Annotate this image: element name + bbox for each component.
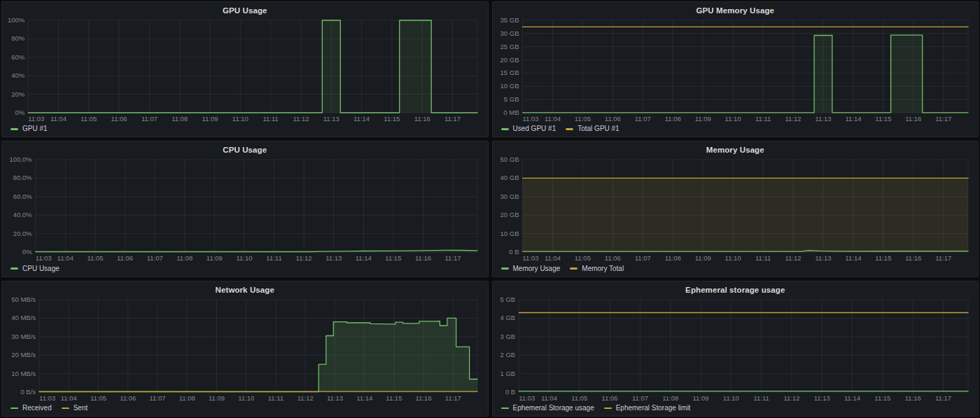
- x-axis-tick-label: 11:09: [692, 394, 708, 402]
- panel-title-cpu-usage[interactable]: CPU Usage: [8, 145, 482, 155]
- y-axis-tick-label: 30 MB/s: [11, 332, 36, 340]
- x-axis-tick-label: 11:06: [111, 115, 127, 123]
- x-axis-tick-label: 11:08: [176, 254, 192, 262]
- panel-gpu-memory-usage: GPU Memory Usage 0 MB5 GB10 GB15 GB20 GB…: [492, 1, 979, 137]
- x-axis-tick-label: 11:13: [815, 254, 831, 262]
- x-axis-tick-label: 11:14: [356, 254, 372, 262]
- legend-network-usage: ReceivedSent: [8, 403, 482, 414]
- x-axis-tick-label: 11:10: [724, 254, 741, 262]
- x-axis-tick-label: 11:10: [724, 115, 741, 123]
- y-axis-tick-label: 20.0%: [13, 230, 32, 237]
- legend-swatch-gpu-1: [10, 128, 18, 130]
- x-axis-tick-label: 11:16: [905, 115, 921, 123]
- panel-title-memory-usage[interactable]: Memory Usage: [498, 145, 973, 155]
- x-axis-tick-label: 11:07: [634, 115, 650, 123]
- y-axis-tick-label: 20%: [11, 90, 25, 98]
- x-axis-tick-label: 11:10: [236, 254, 252, 262]
- legend-swatch-used-gpu-1: [501, 128, 509, 130]
- legend-swatch-memory-usage: [501, 267, 509, 270]
- x-axis-tick-label: 11:06: [120, 394, 136, 402]
- panel-gpu-usage: GPU Usage 0%20%40%60%80%100%11:0311:0411…: [1, 1, 489, 137]
- legend-item-gpu-1[interactable]: GPU #1: [10, 123, 48, 134]
- x-axis-tick-label: 11:15: [385, 254, 401, 262]
- x-axis-tick-label: 11:17: [935, 254, 951, 262]
- x-axis-tick-label: 11:11: [755, 115, 770, 123]
- legend-swatch-received: [10, 407, 18, 410]
- legend-item-memory-total[interactable]: Memory Total: [570, 263, 624, 274]
- chart-gpu-usage[interactable]: 0%20%40%60%80%100%11:0311:0411:0511:0611…: [8, 16, 482, 123]
- x-axis-tick-label: 11:17: [444, 115, 461, 123]
- x-axis-tick-label: 11:12: [296, 254, 312, 262]
- y-axis-tick-label: 4 GB: [500, 314, 515, 321]
- y-axis-tick-label: 0%: [22, 248, 32, 256]
- legend-item-cpu-usage[interactable]: CPU Usage: [10, 263, 59, 274]
- x-axis-tick-label: 11:08: [179, 394, 195, 402]
- panel-title-gpu-usage[interactable]: GPU Usage: [8, 6, 482, 16]
- legend-item-ephemeral-storage-usage[interactable]: Ephemeral Storage usage: [501, 403, 594, 414]
- legend-item-sent[interactable]: Sent: [62, 403, 88, 414]
- x-axis-tick-label: 11:10: [232, 115, 248, 123]
- legend-label-sent: Sent: [74, 403, 88, 414]
- x-axis-tick-label: 11:05: [87, 254, 103, 262]
- legend-item-used-gpu-1[interactable]: Used GPU #1: [501, 123, 556, 134]
- x-axis-tick-label: 11:14: [845, 254, 861, 262]
- y-axis-tick-label: 30 GB: [500, 193, 519, 200]
- legend-swatch-memory-total: [570, 267, 578, 270]
- chart-svg-memory-usage[interactable]: 0 B10 GB20 GB30 GB40 GB50 GB11:0311:0411…: [498, 155, 973, 263]
- x-axis-tick-label: 11:05: [90, 394, 106, 402]
- chart-svg-network-usage[interactable]: 0 B/s10 MB/s20 MB/s30 MB/s40 MB/s50 MB/s…: [8, 295, 482, 403]
- chart-memory-usage[interactable]: 0 B10 GB20 GB30 GB40 GB50 GB11:0311:0411…: [498, 155, 973, 263]
- y-axis-tick-label: 40 GB: [500, 174, 519, 182]
- y-axis-tick-label: 5 GB: [500, 295, 515, 303]
- x-axis-tick-label: 11:10: [238, 394, 254, 402]
- dashboard-grid: GPU Usage 0%20%40%60%80%100%11:0311:0411…: [0, 0, 980, 418]
- chart-svg-cpu-usage[interactable]: 0%20.0%40.0%60.0%80.0%100.0%11:0311:0411…: [8, 155, 482, 263]
- y-axis-tick-label: 3 GB: [500, 332, 515, 340]
- x-axis-tick-label: 11:12: [785, 115, 801, 123]
- x-axis-tick-label: 11:04: [544, 254, 560, 262]
- legend-item-ephemeral-storage-limit[interactable]: Ephemeral Storage limit: [604, 403, 691, 414]
- x-axis-tick-label: 11:16: [905, 254, 921, 262]
- panel-title-ephemeral-storage-usage[interactable]: Ephemeral storage usage: [498, 285, 973, 295]
- panel-title-gpu-memory-usage[interactable]: GPU Memory Usage: [498, 6, 973, 16]
- legend-item-total-gpu-1[interactable]: Total GPU #1: [566, 123, 619, 134]
- y-axis-tick-label: 0%: [15, 109, 24, 116]
- x-axis-tick-label: 11:13: [327, 394, 343, 402]
- y-axis-tick-label: 1 GB: [500, 369, 515, 377]
- x-axis-tick-label: 11:12: [785, 254, 801, 262]
- y-axis-tick-label: 10 GB: [500, 230, 519, 237]
- chart-svg-ephemeral-storage-usage[interactable]: 0 B1 GB2 GB3 GB4 GB5 GB11:0311:0411:0511…: [498, 295, 973, 403]
- y-axis-tick-label: 15 GB: [500, 69, 519, 76]
- chart-svg-gpu-memory-usage[interactable]: 0 MB5 GB10 GB15 GB20 GB25 GB30 GB35 GB11…: [498, 16, 973, 123]
- x-axis-tick-label: 11:15: [386, 394, 402, 402]
- legend-item-received[interactable]: Received: [10, 403, 52, 414]
- legend-label-received: Received: [22, 403, 52, 414]
- x-axis-tick-label: 11:03: [522, 254, 538, 262]
- x-axis-tick-label: 11:16: [414, 115, 430, 123]
- chart-cpu-usage[interactable]: 0%20.0%40.0%60.0%80.0%100.0%11:0311:0411…: [8, 155, 482, 263]
- legend-label-memory-usage: Memory Usage: [513, 263, 561, 274]
- x-axis-tick-label: 11:12: [293, 115, 309, 123]
- chart-svg-gpu-usage[interactable]: 0%20%40%60%80%100%11:0311:0411:0511:0611…: [8, 16, 482, 123]
- chart-gpu-memory-usage[interactable]: 0 MB5 GB10 GB15 GB20 GB25 GB30 GB35 GB11…: [498, 16, 973, 123]
- y-axis-tick-label: 30 GB: [500, 29, 519, 37]
- x-axis-tick-label: 11:14: [845, 115, 861, 123]
- x-axis-tick-label: 11:11: [268, 394, 284, 402]
- legend-swatch-cpu-usage: [10, 267, 18, 270]
- legend-item-memory-usage[interactable]: Memory Usage: [501, 263, 561, 274]
- x-axis-tick-label: 11:13: [323, 115, 340, 123]
- y-axis-tick-label: 80%: [11, 34, 25, 42]
- chart-network-usage[interactable]: 0 B/s10 MB/s20 MB/s30 MB/s40 MB/s50 MB/s…: [8, 295, 482, 403]
- legend-ephemeral-storage-usage: Ephemeral Storage usageEphemeral Storage…: [498, 403, 973, 414]
- y-axis-tick-label: 0 B: [505, 388, 514, 396]
- x-axis-tick-label: 11:07: [631, 394, 648, 402]
- panel-network-usage: Network Usage 0 B/s10 MB/s20 MB/s30 MB/s…: [1, 281, 489, 417]
- x-axis-tick-label: 11:13: [326, 254, 342, 262]
- legend-gpu-memory-usage: Used GPU #1Total GPU #1: [498, 123, 973, 134]
- panel-title-network-usage[interactable]: Network Usage: [8, 285, 482, 295]
- x-axis-tick-label: 11:16: [416, 394, 432, 402]
- y-axis-tick-label: 20 GB: [500, 211, 519, 219]
- y-axis-tick-label: 50 MB/s: [11, 295, 36, 303]
- chart-ephemeral-storage-usage[interactable]: 0 B1 GB2 GB3 GB4 GB5 GB11:0311:0411:0511…: [498, 295, 973, 403]
- legend-label-memory-total: Memory Total: [582, 263, 624, 274]
